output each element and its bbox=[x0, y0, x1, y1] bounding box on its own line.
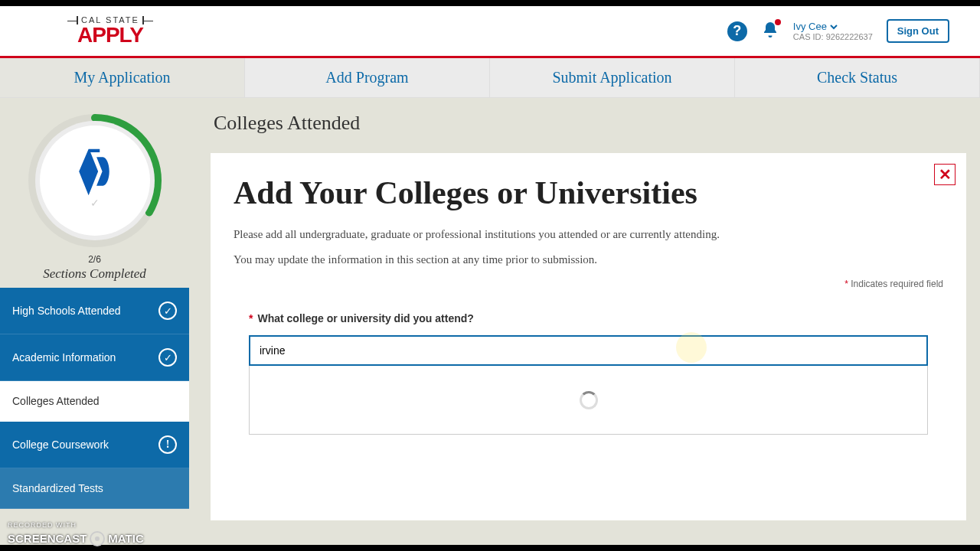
college-question-label: *What college or university did you atte… bbox=[249, 312, 928, 324]
chevron-down-icon bbox=[830, 23, 838, 31]
sidebar-item-standardized-tests[interactable]: Standardized Tests bbox=[0, 468, 189, 509]
progress-label: Sections Completed bbox=[0, 266, 189, 282]
app-header: CAL STATE APPLY ? Ivy Cee CAS ID: 926222… bbox=[0, 6, 980, 58]
logo-top-text: CAL STATE bbox=[77, 16, 144, 24]
tab-check-status[interactable]: Check Status bbox=[735, 58, 980, 97]
notifications-icon[interactable] bbox=[761, 21, 779, 42]
letterbox-top bbox=[0, 0, 980, 6]
intro-text-1: Please add all undergraduate, graduate o… bbox=[234, 228, 943, 241]
tab-my-application[interactable]: My Application bbox=[0, 58, 245, 97]
check-icon: ✓ bbox=[158, 302, 177, 320]
check-icon: ✓ bbox=[158, 348, 177, 367]
progress-count: 2/6 bbox=[0, 254, 189, 265]
page-title: Colleges Attended bbox=[211, 98, 966, 153]
alert-icon: ! bbox=[158, 435, 177, 454]
graduation-cap-icon bbox=[68, 152, 122, 194]
college-search-input[interactable] bbox=[249, 335, 928, 366]
screencast-watermark: RECORDED WITH SCREENCAST MATIC bbox=[8, 520, 144, 546]
notification-dot bbox=[775, 19, 781, 25]
sidebar-item-label: College Coursework bbox=[12, 439, 109, 451]
tab-add-program[interactable]: Add Program bbox=[245, 58, 490, 97]
sign-out-button[interactable]: Sign Out bbox=[887, 19, 949, 43]
sidebar-item-label: Standardized Tests bbox=[12, 482, 103, 494]
sidebar-item-label: Colleges Attended bbox=[12, 395, 100, 407]
sidebar-item-college-coursework[interactable]: College Coursework ! bbox=[0, 422, 189, 468]
help-icon[interactable]: ? bbox=[727, 21, 747, 41]
tab-submit-application[interactable]: Submit Application bbox=[490, 58, 735, 97]
user-menu[interactable]: Ivy Cee bbox=[793, 21, 873, 32]
close-button[interactable]: ✕ bbox=[934, 164, 956, 185]
progress-ring: ✓ bbox=[26, 112, 164, 249]
sidebar-item-label: Academic Information bbox=[12, 351, 116, 364]
sidebar: ✓ 2/6 Sections Completed High Schools At… bbox=[0, 98, 189, 545]
user-name-text: Ivy Cee bbox=[793, 21, 827, 32]
sidebar-item-academic-info[interactable]: Academic Information ✓ bbox=[0, 334, 189, 381]
required-field-note: * Indicates required field bbox=[234, 279, 943, 289]
main-nav: My Application Add Program Submit Applic… bbox=[0, 58, 980, 98]
card-heading: Add Your Colleges or Universities bbox=[234, 174, 943, 211]
cas-id-label: CAS ID: 9262222637 bbox=[793, 32, 873, 41]
content-card: ✕ Add Your Colleges or Universities Plea… bbox=[211, 153, 966, 520]
loading-spinner-icon bbox=[580, 391, 598, 409]
logo[interactable]: CAL STATE APPLY bbox=[77, 16, 144, 46]
sidebar-item-colleges-attended[interactable]: Colleges Attended bbox=[0, 381, 189, 422]
sidebar-item-label: High Schools Attended bbox=[12, 305, 121, 317]
sidebar-item-high-schools[interactable]: High Schools Attended ✓ bbox=[0, 288, 189, 334]
intro-text-2: You may update the information in this s… bbox=[234, 253, 943, 266]
logo-bottom-text: APPLY bbox=[77, 24, 143, 46]
check-icon: ✓ bbox=[90, 197, 100, 210]
autocomplete-dropdown bbox=[249, 366, 928, 435]
letterbox-bottom bbox=[0, 545, 980, 551]
record-icon bbox=[90, 531, 105, 546]
